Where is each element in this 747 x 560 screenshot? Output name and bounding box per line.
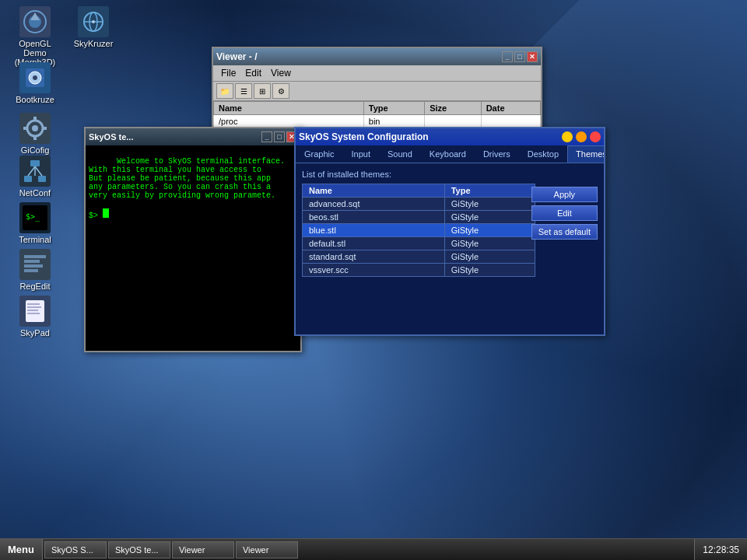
- viewer-title: Viewer - /: [216, 51, 257, 62]
- config-actions: Apply Edit Set as default: [531, 187, 598, 240]
- tab-input[interactable]: Input: [343, 145, 379, 163]
- bootkruze-label: Bootkruze: [16, 95, 54, 104]
- theme-row[interactable]: vssver.scc GiStyle: [303, 264, 535, 277]
- viewer-toolbar: 📁 ☰ ⊞ ⚙: [213, 82, 541, 101]
- theme-type: GiStyle: [444, 211, 535, 224]
- terminal-controls: _ □ ✕: [261, 131, 297, 142]
- terminal-title: SkyOS te...: [89, 132, 133, 142]
- theme-name: blue.stl: [303, 224, 445, 237]
- table-row[interactable]: /proc bin: [214, 115, 541, 128]
- taskbar-item-viewer1[interactable]: Viewer: [172, 541, 234, 558]
- config-controls: [562, 131, 601, 142]
- theme-name: standard.sqt: [303, 250, 445, 264]
- theme-row[interactable]: default.stl GiStyle: [303, 237, 535, 250]
- theme-row[interactable]: beos.stl GiStyle: [303, 211, 535, 224]
- file-date: [481, 115, 540, 128]
- taskbar-item-viewer2[interactable]: Viewer: [236, 541, 298, 558]
- set-default-button[interactable]: Set as default: [531, 224, 598, 240]
- desktop-icon-terminal[interactable]: $>_ Terminal: [8, 202, 62, 244]
- tab-drivers[interactable]: Drivers: [475, 145, 519, 163]
- desktop-icon-bootkruze[interactable]: Bootkruze: [8, 62, 62, 104]
- svg-rect-34: [24, 269, 38, 272]
- desktop-icon-netconf[interactable]: NetConf: [8, 156, 62, 198]
- viewer-toolbar-btn-icons[interactable]: ⊞: [254, 83, 271, 99]
- config-tabs: Graphic Input Sound Keyboard Drivers Des…: [296, 145, 604, 163]
- giconfig-icon: [19, 113, 51, 144]
- svg-rect-21: [30, 160, 40, 166]
- desktop-icon-giconfig[interactable]: GiCofig: [8, 113, 62, 155]
- svg-rect-23: [38, 176, 46, 182]
- theme-row[interactable]: standard.sqt GiStyle: [303, 250, 535, 264]
- tab-desktop[interactable]: Desktop: [519, 145, 567, 163]
- svg-rect-11: [33, 117, 37, 121]
- theme-type: GiStyle: [444, 264, 535, 277]
- apply-button[interactable]: Apply: [531, 187, 598, 202]
- theme-type: GiStyle: [444, 224, 535, 237]
- terminal-welcome-text: Welcome to SkyOS terminal interface. Wit…: [89, 157, 285, 200]
- terminal-icon: $>_: [19, 202, 51, 233]
- bootkruze-icon: [19, 62, 51, 93]
- config-maximize-btn[interactable]: [576, 131, 587, 142]
- config-title: SkyOS System Configuration: [299, 131, 429, 142]
- desktop: OpenGL Demo (Morph3D) Bootkruze: [0, 0, 747, 560]
- themes-layout: Name Type advanced.sqt GiStyle beos.stl …: [302, 184, 598, 277]
- desktop-icon-regedit[interactable]: RegEdit: [8, 249, 62, 291]
- opengl-icon: [19, 6, 51, 37]
- viewer-menubar: File Edit View: [213, 65, 541, 82]
- svg-rect-12: [33, 135, 37, 140]
- viewer-col-size: Size: [425, 102, 482, 115]
- tab-keyboard[interactable]: Keyboard: [421, 145, 475, 163]
- terminal-minimize-btn[interactable]: _: [261, 131, 272, 142]
- svg-point-19: [92, 20, 95, 23]
- theme-type: GiStyle: [444, 237, 535, 250]
- viewer-titlebar[interactable]: Viewer - / _ □ ✕: [213, 48, 541, 65]
- svg-rect-37: [27, 303, 40, 305]
- svg-rect-14: [42, 127, 47, 130]
- terminal-cursor: [103, 208, 109, 218]
- taskbar-item-skyos-te[interactable]: SkyOS te...: [108, 541, 170, 558]
- viewer-maximize-btn[interactable]: □: [514, 51, 525, 62]
- theme-name: vssver.scc: [303, 264, 445, 277]
- desktop-icon-skypad[interactable]: SkyPad: [8, 296, 62, 338]
- skypad-icon: [19, 296, 51, 327]
- terminal-maximize-btn[interactable]: □: [274, 131, 285, 142]
- viewer-col-name: Name: [214, 102, 364, 115]
- viewer-close-btn[interactable]: ✕: [527, 51, 538, 62]
- skykruzer-icon: [78, 6, 109, 37]
- desktop-icon-skykruzer[interactable]: SkyKruzer: [66, 6, 121, 48]
- netconf-icon: [19, 156, 51, 187]
- file-size: [425, 115, 482, 128]
- viewer-toolbar-btn-folder[interactable]: 📁: [216, 83, 233, 99]
- tab-sound[interactable]: Sound: [379, 145, 421, 163]
- tab-themes[interactable]: Themes: [567, 145, 604, 163]
- viewer-menu-file[interactable]: File: [216, 67, 240, 79]
- theme-name: beos.stl: [303, 211, 445, 224]
- viewer-menu-view[interactable]: View: [266, 67, 296, 79]
- terminal-window: SkyOS te... _ □ ✕ Welcome to SkyOS termi…: [84, 127, 302, 352]
- viewer-toolbar-btn-list[interactable]: ☰: [235, 83, 252, 99]
- theme-row-selected[interactable]: blue.stl GiStyle: [303, 224, 535, 237]
- theme-row[interactable]: advanced.sqt GiStyle: [303, 198, 535, 211]
- svg-rect-31: [24, 255, 46, 258]
- tab-graphic[interactable]: Graphic: [296, 145, 343, 163]
- terminal-titlebar[interactable]: SkyOS te... _ □ ✕: [86, 128, 300, 145]
- config-close-btn[interactable]: [590, 131, 601, 142]
- config-body: List of installed themes: Name Type adva…: [296, 163, 604, 334]
- viewer-toolbar-btn-settings[interactable]: ⚙: [272, 83, 289, 99]
- taskbar-menu[interactable]: Menu: [0, 539, 43, 560]
- viewer-menu-edit[interactable]: Edit: [240, 67, 266, 79]
- config-titlebar[interactable]: SkyOS System Configuration: [296, 128, 604, 145]
- taskbar: Menu SkyOS S... SkyOS te... Viewer Viewe…: [0, 538, 747, 560]
- svg-rect-38: [27, 306, 41, 308]
- taskbar-item-skyos-sys[interactable]: SkyOS S...: [44, 541, 107, 558]
- svg-point-10: [32, 125, 38, 131]
- file-name: /proc: [214, 115, 364, 128]
- terminal-content[interactable]: Welcome to SkyOS terminal interface. Wit…: [86, 145, 300, 351]
- edit-button[interactable]: Edit: [531, 205, 598, 221]
- viewer-col-type: Type: [363, 102, 424, 115]
- netconf-label: NetConf: [19, 188, 51, 198]
- desktop-icon-opengl[interactable]: OpenGL Demo (Morph3D): [8, 6, 62, 67]
- config-minimize-btn[interactable]: [562, 131, 573, 142]
- viewer-minimize-btn[interactable]: _: [502, 51, 513, 62]
- themes-col-type: Type: [444, 184, 535, 198]
